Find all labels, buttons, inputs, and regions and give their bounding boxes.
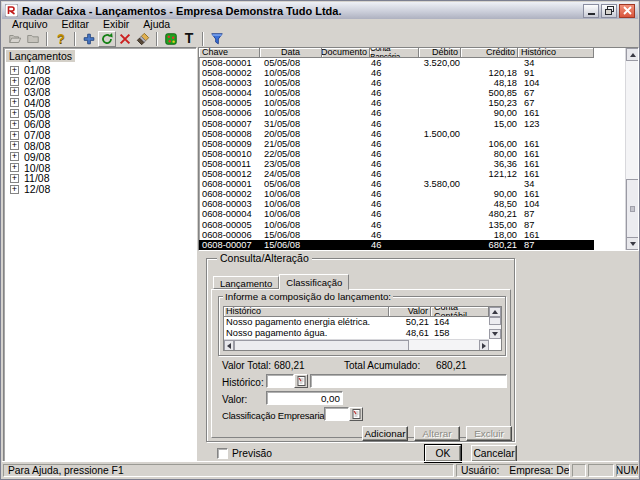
expand-plus-icon[interactable] (10, 87, 19, 96)
historico-code-input[interactable] (266, 374, 294, 388)
tree-item[interactable]: 03/08 (4, 87, 196, 98)
classification-button[interactable] (162, 31, 180, 47)
tree-root-lancamentos[interactable]: Lançamentos (6, 50, 75, 62)
scrollbar-thumb[interactable] (234, 340, 409, 351)
table-row[interactable]: 0608-00002 10/06/08 46 90,00 161 (199, 189, 594, 199)
expand-plus-icon[interactable] (10, 120, 19, 129)
expand-plus-icon[interactable] (10, 141, 19, 150)
list-item[interactable]: Nosso pagamento água. 48,61 158 (224, 328, 489, 339)
tree-item[interactable]: 02/08 (4, 76, 196, 87)
table-row[interactable]: 0508-00004 10/05/08 46 500,85 67 (199, 88, 594, 98)
scroll-down-button[interactable] (489, 329, 501, 339)
table-row[interactable]: 0508-00006 10/05/08 46 90,00 161 (199, 108, 594, 118)
historico-lookup-button[interactable] (294, 374, 308, 388)
column-header-credito[interactable]: Crédito (461, 48, 518, 58)
table-row[interactable]: 0508-00007 31/05/08 46 15,00 123 (199, 119, 594, 129)
folder-button[interactable] (24, 31, 42, 47)
table-row[interactable]: 0608-00001 05/06/08 46 3.580,00 34 (199, 179, 594, 189)
tree-item[interactable]: 06/08 (4, 119, 196, 130)
open-folder-button[interactable] (6, 31, 24, 47)
tree-item[interactable]: 08/08 (4, 141, 196, 152)
previsao-checkbox[interactable] (217, 448, 228, 459)
delete-button[interactable] (116, 31, 134, 47)
historico-text-input[interactable] (310, 374, 507, 388)
table-row[interactable]: 0508-00005 10/05/08 46 150,23 67 (199, 98, 594, 108)
scroll-up-button[interactable] (626, 48, 639, 61)
composicao-horizontal-scrollbar[interactable] (224, 339, 489, 350)
expand-plus-icon[interactable] (10, 77, 19, 86)
refresh-button[interactable] (98, 31, 116, 47)
scrollbar-thumb[interactable] (626, 179, 639, 238)
tree-item[interactable]: 10/08 (4, 162, 196, 173)
expand-plus-icon[interactable] (10, 174, 19, 183)
table-row[interactable]: 0508-00002 10/05/08 46 120,18 91 (199, 68, 594, 78)
scrollbar-thumb[interactable] (489, 317, 501, 325)
tree-item[interactable]: 04/08 (4, 97, 196, 108)
table-row[interactable]: 0508-00009 21/05/08 46 106,00 161 (199, 139, 594, 149)
column-header-chave[interactable]: Chave (199, 48, 260, 58)
add-button[interactable] (80, 31, 98, 47)
menu-item[interactable]: Editar (55, 19, 96, 30)
restore-button[interactable] (601, 4, 617, 18)
ok-button[interactable]: OK (425, 445, 461, 462)
table-row[interactable]: 0608-00006 15/06/08 46 18,00 161 (199, 230, 594, 240)
classificacao-empresarial-input[interactable] (324, 407, 349, 421)
help-button[interactable]: ? (52, 31, 70, 47)
table-row[interactable]: 0508-00003 10/05/08 46 48,18 104 (199, 78, 594, 88)
tab[interactable]: Classificação (279, 274, 349, 290)
expand-plus-icon[interactable] (10, 98, 19, 107)
column-header-documento[interactable]: Documento (322, 48, 370, 58)
minimize-button[interactable] (583, 4, 599, 18)
filter-button[interactable] (208, 31, 226, 47)
list-item[interactable]: Nosso pagamento energia elétrica. 50,21 … (224, 317, 489, 328)
text-button[interactable]: T (180, 31, 198, 47)
tree-item[interactable]: 05/08 (4, 108, 196, 119)
scroll-left-button[interactable] (224, 340, 234, 351)
tree-item[interactable]: 09/08 (4, 151, 196, 162)
table-row[interactable]: 0508-00011 23/05/08 46 36,36 161 (199, 159, 594, 169)
table-row[interactable]: 0508-00012 24/05/08 46 121,12 161 (199, 169, 594, 179)
table-row[interactable]: 0608-00005 10/06/08 46 135,00 87 (199, 220, 594, 230)
scroll-right-button[interactable] (479, 340, 489, 351)
classificacao-lookup-button[interactable] (349, 407, 363, 421)
expand-plus-icon[interactable] (10, 131, 19, 140)
scroll-down-button[interactable] (626, 237, 639, 250)
expand-plus-icon[interactable] (10, 163, 19, 172)
column-header-valor[interactable]: Valor (389, 307, 431, 317)
column-header-conta-bancaria[interactable]: Conta Bancária (370, 48, 419, 58)
table-row[interactable]: 0508-00008 20/05/08 46 1.500,00 (199, 129, 594, 139)
scroll-up-button[interactable] (489, 307, 501, 317)
table-row[interactable]: 0608-00003 10/06/08 46 48,50 104 (199, 199, 594, 209)
cancelar-button[interactable]: Cancelar (471, 445, 517, 462)
table-row[interactable]: 0608-00007 15/06/08 46 680,21 87 (199, 240, 594, 250)
cell-credito (461, 179, 518, 189)
composicao-vertical-scrollbar[interactable] (489, 307, 501, 339)
tree-item[interactable]: 07/08 (4, 130, 196, 141)
close-button[interactable] (619, 4, 635, 18)
expand-plus-icon[interactable] (10, 185, 19, 194)
column-header-data[interactable]: Data (260, 48, 322, 58)
alterar-button[interactable]: Alterar (414, 426, 460, 441)
excluir-button[interactable]: Excluir (466, 426, 512, 441)
expand-plus-icon[interactable] (10, 109, 19, 118)
adicionar-button[interactable]: Adicionar (362, 426, 408, 441)
tree-item[interactable]: 01/08 (4, 65, 196, 76)
expand-plus-icon[interactable] (10, 152, 19, 161)
column-header-historico[interactable]: Histórico (224, 307, 389, 317)
column-header-debito[interactable]: Débito (419, 48, 461, 58)
menu-item[interactable]: Exibir (96, 19, 136, 30)
clean-button[interactable] (134, 31, 152, 47)
column-header-conta-contabil[interactable]: Conta Contábil (431, 307, 489, 317)
tree-item[interactable]: 12/08 (4, 184, 196, 195)
expand-plus-icon[interactable] (10, 66, 19, 75)
tab[interactable]: Lançamento (213, 276, 279, 289)
grid-vertical-scrollbar[interactable] (625, 48, 638, 250)
menu-item[interactable]: Arquivo (5, 19, 55, 30)
table-row[interactable]: 0508-00001 05/05/08 46 3.520,00 34 (199, 58, 594, 68)
table-row[interactable]: 0608-00004 10/06/08 46 480,21 87 (199, 209, 594, 219)
table-row[interactable]: 0508-00010 22/05/08 46 80,00 161 (199, 149, 594, 159)
tree-item[interactable]: 11/08 (4, 173, 196, 184)
column-header-historico[interactable]: Histórico (518, 48, 594, 58)
menu-item[interactable]: Ajuda (136, 19, 177, 30)
valor-input[interactable] (266, 391, 343, 405)
